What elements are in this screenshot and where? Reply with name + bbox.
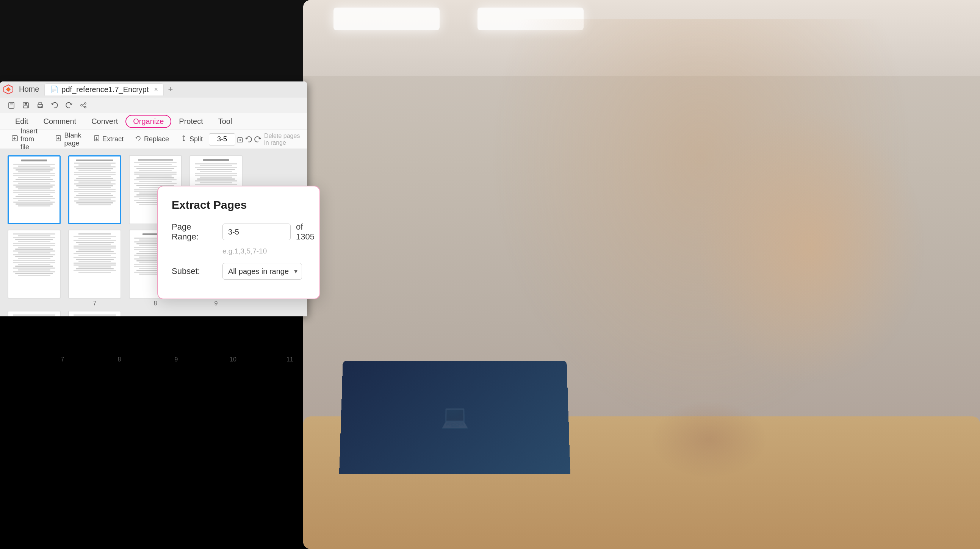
blank-page-button[interactable]: Blank page bbox=[49, 129, 87, 150]
page-numbers-row2: 7 8 9 10 11 bbox=[34, 356, 318, 363]
tab-close-button[interactable]: × bbox=[154, 86, 158, 94]
title-bar: Home 📄 pdf_reference1.7_Encrypt × + bbox=[0, 81, 307, 97]
replace-label: Replace bbox=[144, 135, 169, 143]
page-thumb-2[interactable] bbox=[66, 155, 123, 226]
file-icon[interactable] bbox=[5, 99, 18, 111]
replace-button[interactable]: Replace bbox=[130, 133, 174, 146]
print-icon[interactable] bbox=[34, 99, 46, 111]
blank-page-icon bbox=[55, 135, 62, 143]
page-num-label-10: 10 bbox=[205, 356, 261, 363]
tab-file[interactable]: 📄 pdf_reference1.7_Encrypt × bbox=[45, 83, 164, 95]
page-thumb-inner-7 bbox=[68, 229, 121, 299]
subset-select[interactable]: All pages in range Even pages only Odd p… bbox=[223, 263, 302, 280]
page-content-7 bbox=[71, 232, 118, 296]
tab-add-button[interactable]: + bbox=[165, 84, 176, 95]
delete-pages-hint: Delete pages in range bbox=[264, 133, 301, 146]
page-range-input[interactable] bbox=[209, 134, 235, 145]
svg-point-13 bbox=[84, 107, 86, 108]
dialog-title: Extract Pages bbox=[172, 199, 306, 212]
page-num-label-9: 9 bbox=[148, 356, 205, 363]
page-thumb-1[interactable] bbox=[6, 155, 62, 226]
photo-panel: 💻 bbox=[303, 0, 980, 549]
undo-button[interactable] bbox=[245, 134, 253, 145]
quick-toolbar bbox=[0, 97, 307, 113]
page-thumb-inner-11 bbox=[68, 311, 121, 317]
page-thumb-inner-2 bbox=[68, 155, 121, 224]
page-thumb-inner-10 bbox=[8, 311, 60, 317]
app-logo bbox=[3, 84, 14, 95]
undo-icon[interactable] bbox=[49, 99, 60, 111]
share-icon[interactable] bbox=[77, 99, 89, 111]
svg-point-11 bbox=[81, 105, 82, 106]
page-range-row: Page Range: of 1305 bbox=[172, 222, 306, 242]
dialog-hint: e.g.1,3,5,7-10 bbox=[223, 247, 306, 255]
replace-icon bbox=[135, 135, 142, 143]
tab-home-label: Home bbox=[19, 85, 39, 94]
page-thumb-10[interactable]: 10 bbox=[6, 311, 62, 317]
page-number-9: 9 bbox=[215, 300, 218, 307]
menu-protect[interactable]: Protect bbox=[171, 115, 210, 128]
page-thumb-5[interactable] bbox=[6, 229, 62, 307]
subset-label: Subset: bbox=[172, 266, 217, 276]
page-content-1 bbox=[11, 159, 57, 221]
svg-rect-6 bbox=[25, 103, 27, 105]
tab-home[interactable]: Home bbox=[14, 83, 45, 95]
page-range-label: Page Range: bbox=[172, 222, 217, 242]
insert-from-file-label: Insert from file bbox=[21, 127, 44, 151]
redo-icon[interactable] bbox=[63, 99, 75, 111]
page-num-label-11: 11 bbox=[261, 356, 318, 363]
page-num-label-8: 8 bbox=[91, 356, 148, 363]
blank-page-label: Blank page bbox=[64, 132, 82, 147]
page-content-5 bbox=[11, 232, 57, 296]
sub-toolbar: Insert from file Blank page Extract Repl… bbox=[0, 130, 307, 149]
dialog-page-range-input[interactable] bbox=[223, 224, 291, 240]
svg-point-1 bbox=[7, 88, 10, 91]
page-thumb-inner-5 bbox=[8, 229, 60, 299]
svg-rect-7 bbox=[24, 106, 28, 108]
of-total-pages: of 1305 bbox=[296, 222, 315, 242]
svg-rect-25 bbox=[237, 138, 243, 142]
menu-organize[interactable]: Organize bbox=[126, 115, 171, 128]
page-content-11 bbox=[71, 314, 118, 317]
menu-convert[interactable]: Convert bbox=[84, 115, 126, 128]
delete-pages-button[interactable] bbox=[236, 134, 244, 145]
svg-point-12 bbox=[84, 103, 86, 104]
subset-select-wrapper: All pages in range Even pages only Odd p… bbox=[223, 263, 302, 280]
save-icon[interactable] bbox=[20, 99, 32, 111]
page-number-7: 7 bbox=[93, 300, 97, 307]
page-num-label-7: 7 bbox=[34, 356, 91, 363]
svg-line-15 bbox=[82, 106, 84, 107]
tab-file-label: pdf_reference1.7_Encrypt bbox=[61, 85, 148, 94]
split-button[interactable]: Split bbox=[175, 133, 208, 146]
extract-button[interactable]: Extract bbox=[88, 133, 129, 146]
split-label: Split bbox=[189, 135, 203, 143]
page-thumb-7[interactable]: 7 bbox=[66, 229, 123, 307]
page-thumb-11[interactable]: 11 bbox=[66, 311, 123, 317]
insert-file-icon bbox=[11, 135, 18, 143]
svg-line-14 bbox=[82, 104, 84, 105]
svg-rect-2 bbox=[9, 102, 14, 108]
extract-icon bbox=[93, 135, 100, 143]
subset-row: Subset: All pages in range Even pages on… bbox=[172, 263, 306, 280]
redo-button[interactable] bbox=[253, 134, 262, 145]
insert-from-file-button[interactable]: Insert from file bbox=[6, 125, 49, 153]
page-content-10 bbox=[11, 314, 57, 317]
page-thumb-inner-1 bbox=[8, 155, 60, 224]
extract-dialog: Extract Pages Page Range: of 1305 e.g.1,… bbox=[157, 186, 320, 299]
menu-tool[interactable]: Tool bbox=[211, 115, 240, 128]
page-number-8: 8 bbox=[154, 300, 157, 307]
page-content-2 bbox=[72, 159, 118, 221]
split-icon bbox=[180, 135, 187, 143]
extract-label: Extract bbox=[102, 135, 124, 143]
